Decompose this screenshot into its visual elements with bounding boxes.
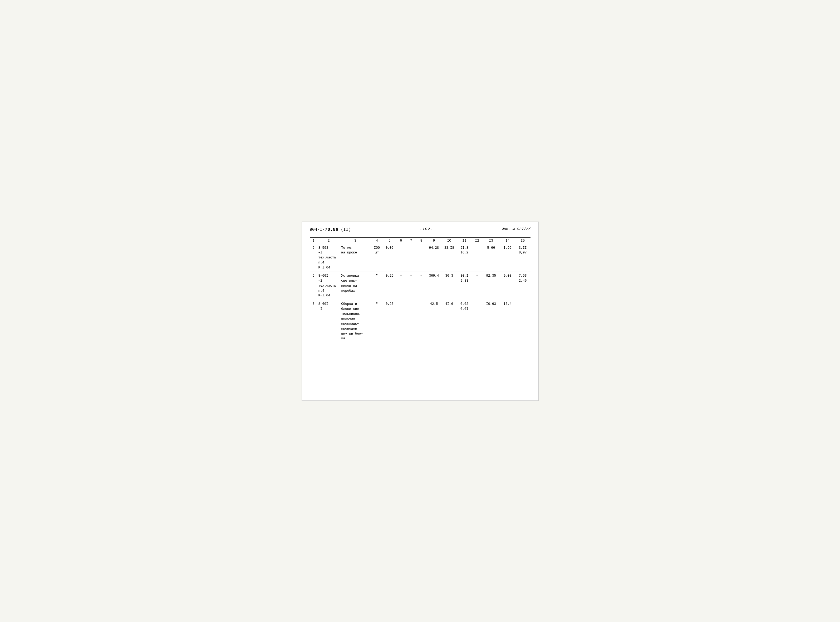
col-header-15: I5 (515, 237, 531, 244)
table-row: 68–60I –2 тех.часть п.4 K=I,04Установка … (310, 272, 531, 300)
main-table-container: I 2 3 4 5 6 7 8 9 IO II I2 I3 I4 I5 (310, 237, 531, 343)
table-cell: 5,66 (482, 244, 500, 272)
table-cell: I0,4 (500, 300, 515, 343)
page-header: 904-I-70.86 (II) -102- Инв. № 937/// (310, 227, 531, 234)
table-row: 58–593 –I тех.часть п.4 K=I,04То же, на … (310, 244, 531, 272)
header-left: 904-I-70.86 (II) (310, 227, 351, 232)
table-cell: 9,08 (500, 272, 515, 300)
table-cell: " (371, 272, 383, 300)
table-cell: I,99 (500, 244, 515, 272)
header-center: -102- (420, 227, 433, 232)
table-cell: – (396, 244, 406, 272)
table-cell-15: 3,II0,97 (515, 244, 531, 272)
header-code-prefix: 904-I- (310, 227, 325, 232)
table-cell: 8–60I –2 тех.часть п.4 K=I,04 (317, 272, 340, 300)
table-cell: – (396, 272, 406, 300)
table-cell-15: – (515, 300, 531, 343)
col-header-3: 3 (340, 237, 371, 244)
data-table: I 2 3 4 5 6 7 8 9 IO II I2 I3 I4 I5 (310, 237, 531, 343)
col-header-1: I (310, 237, 317, 244)
col-header-4: 4 (371, 237, 383, 244)
table-cell: 92,35 (482, 272, 500, 300)
col-header-8: 8 (416, 237, 426, 244)
col-header-13: I3 (482, 237, 500, 244)
table-cell: Сборка в блоки све– тильников, включая п… (340, 300, 371, 343)
col-header-12: I2 (472, 237, 482, 244)
table-cell: 33,I8 (441, 244, 457, 272)
table-cell: 6 (310, 272, 317, 300)
table-cell: Установка светиль– ников на коробах (340, 272, 371, 300)
col-header-14: I4 (500, 237, 515, 244)
table-cell: То же, на крюке (340, 244, 371, 272)
col-header-6: 6 (396, 237, 406, 244)
table-cell: 0,06 (383, 244, 396, 272)
table-cell: 369,4 (426, 272, 442, 300)
table-cell-11: 30,I9,83 (457, 272, 472, 300)
table-cell: 8–60I– –I– (317, 300, 340, 343)
table-cell: – (472, 272, 482, 300)
table-cell-11: 5I,8I6,2 (457, 244, 472, 272)
header-code-suffix: (II) (338, 227, 351, 232)
table-cell: 0,25 (383, 272, 396, 300)
table-cell: 0,25 (383, 300, 396, 343)
table-cell: – (472, 244, 482, 272)
header-code-bold: 70.86 (325, 227, 338, 232)
table-cell: – (416, 272, 426, 300)
table-cell: 4I,6 (441, 300, 457, 343)
table-cell: – (406, 244, 417, 272)
header-right: Инв. № 937/// (502, 227, 530, 231)
col-header-7: 7 (406, 237, 417, 244)
table-cell: – (472, 300, 482, 343)
table-cell: 7 (310, 300, 317, 343)
document-page: 904-I-70.86 (II) -102- Инв. № 937/// I 2… (301, 221, 539, 401)
table-cell: – (396, 300, 406, 343)
table-cell: – (416, 300, 426, 343)
col-header-9: 9 (426, 237, 442, 244)
table-cell: 5 (310, 244, 317, 272)
col-header-10: IO (441, 237, 457, 244)
table-cell-11: 0,020,0I (457, 300, 472, 343)
table-cell-15: 7,532,46 (515, 272, 531, 300)
col-header-5: 5 (383, 237, 396, 244)
table-cell: – (406, 272, 417, 300)
table-cell: – (406, 300, 417, 343)
table-cell: " (371, 300, 383, 343)
table-cell: – (416, 244, 426, 272)
table-cell: 8–593 –I тех.часть п.4 K=I,04 (317, 244, 340, 272)
table-cell: I0,63 (482, 300, 500, 343)
table-cell: 94,28 (426, 244, 442, 272)
table-cell: 36,3 (441, 272, 457, 300)
table-row: 78–60I– –I–Сборка в блоки све– тильников… (310, 300, 531, 343)
col-header-2: 2 (317, 237, 340, 244)
table-cell: IOO шт (371, 244, 383, 272)
column-header-row: I 2 3 4 5 6 7 8 9 IO II I2 I3 I4 I5 (310, 237, 531, 244)
col-header-11: II (457, 237, 472, 244)
table-cell: 42,5 (426, 300, 442, 343)
